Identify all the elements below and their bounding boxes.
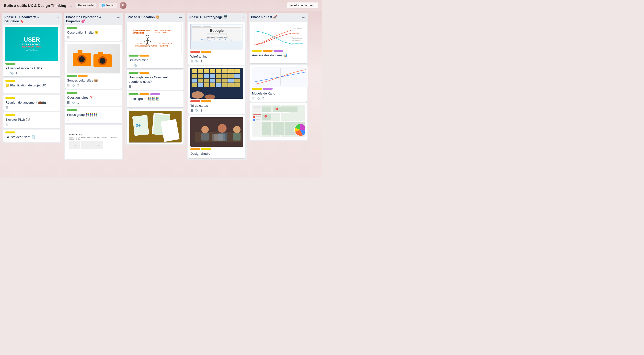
card-title-questionnaires: Questionnaires ❓	[67, 96, 120, 100]
card-focus-group-p3[interactable]: Focus group 👫👫👫 ☰	[127, 91, 184, 107]
star-icon[interactable]: ☆	[69, 3, 73, 8]
label-orange	[78, 75, 88, 77]
column-header-phase4: Phase 4 : Prototypage 🖥️ ···	[187, 13, 247, 22]
attach-count: 1	[201, 60, 202, 63]
card-image-brainstorm: SUSPENDRE SON JUGEMENT ENCOURAGER LES ID…	[129, 24, 182, 53]
card-brainstorming[interactable]: SUSPENDRE SON JUGEMENT ENCOURAGER LES ID…	[127, 22, 184, 68]
analyse-svg: Satisfaction Attractifs Proportionels In…	[254, 26, 305, 47]
svg-point-63	[192, 91, 204, 99]
svg-rect-113	[256, 119, 260, 120]
card-elevator[interactable]: Elevator Pitch 💬 ☰	[4, 112, 60, 128]
avatar[interactable]: U	[120, 2, 126, 9]
attach-count: 3	[201, 109, 202, 112]
svg-rect-45	[228, 74, 234, 78]
svg-rect-58	[210, 83, 215, 87]
card-reunion[interactable]: Réunion de lancement 💼📷 ☰	[4, 95, 60, 111]
card-image-map	[252, 105, 305, 137]
svg-text:Indispensable: Indispensable	[292, 43, 303, 45]
card-labels	[67, 75, 120, 77]
personal-button[interactable]: Personnelle	[76, 3, 96, 8]
card-footer: ☰	[6, 89, 58, 92]
svg-point-110	[253, 116, 255, 118]
card-title-analyse: Analyse des données 📊	[252, 53, 305, 58]
card-image-sticky	[190, 68, 243, 99]
svg-rect-97	[273, 122, 284, 135]
label-yellow	[252, 50, 262, 52]
svg-rect-37	[228, 69, 234, 73]
svg-rect-111	[256, 116, 261, 117]
card-image-analyse: Satisfaction Attractifs Proportionels In…	[252, 24, 305, 48]
card-planification[interactable]: 🙂 Planification de projet UX ☰	[4, 78, 60, 94]
card-photo-cards[interactable]: 3+	[127, 109, 184, 144]
column-title-phase5: Phase 5 : Test 🚀	[251, 15, 302, 19]
card-entretien[interactable]: L'ENTRETIEN Explorer les besoins utilisa…	[65, 125, 122, 159]
card-focus-group-p2[interactable]: Focus group 👫👫👫 ☰	[65, 107, 122, 123]
svg-rect-34	[210, 69, 215, 73]
svg-rect-33	[204, 69, 209, 73]
column-menu-phase2[interactable]: ···	[117, 15, 121, 20]
card-design-studio[interactable]: Design Studio	[188, 115, 245, 158]
label-orange	[140, 72, 149, 74]
card-map[interactable]	[250, 103, 307, 140]
svg-rect-108	[253, 111, 259, 112]
svg-rect-50	[210, 79, 215, 83]
card-analyse[interactable]: Satisfaction Attractifs Proportionels In…	[250, 22, 307, 63]
column-phase4: Phase 4 : Prototypage 🖥️ ··· http://www.…	[187, 13, 247, 160]
svg-point-69	[218, 124, 226, 133]
card-labels	[6, 97, 58, 99]
card-liste-non[interactable]: La liste des "Non" 🗒️	[4, 130, 60, 142]
column-phase1: Phase 1 : Découverte & Définition 🔖 ··· …	[2, 13, 62, 143]
svg-rect-38	[234, 69, 240, 73]
card-footer: ☰	[67, 118, 120, 122]
column-header-phase5: Phase 5 : Test 🚀 ···	[248, 13, 308, 22]
svg-rect-43	[216, 74, 222, 78]
cards-phase3: SUSPENDRE SON JUGEMENT ENCOURAGER LES ID…	[125, 22, 185, 145]
card-evangelisation[interactable]: USER EXPERIENCE REVOLUTION by Paul Boag …	[4, 25, 60, 76]
card-kano[interactable]: Modèle de Kano ☰ 📎 2	[250, 65, 307, 102]
column-menu-phase5[interactable]: ···	[302, 15, 306, 20]
card-footer: ☰ 📎 2	[252, 97, 305, 100]
svg-point-6	[100, 58, 106, 64]
card-footer: ☰	[6, 123, 58, 127]
card-sondes[interactable]: Sondes culturelles 📦 ☰ 📎 2	[65, 42, 122, 89]
svg-rect-106	[253, 108, 260, 109]
card-hmw[interactable]: How might we ? / Comment pourrions-nous?…	[127, 70, 184, 90]
card-image-kano	[252, 67, 305, 86]
card-title-kano: Modèle de Kano	[252, 91, 305, 96]
desc-icon: ☰	[129, 102, 132, 106]
public-button[interactable]: 🌐 Public	[99, 3, 117, 8]
card-questionnaires[interactable]: Questionnaires ❓ ☰ 📎 1	[65, 90, 122, 106]
board: Phase 1 : Découverte & Définition 🔖 ··· …	[0, 11, 322, 178]
dots-icon: ···	[290, 4, 293, 7]
globe-icon: 🌐	[101, 4, 105, 7]
svg-rect-74	[214, 134, 224, 141]
column-menu-phase1[interactable]: ···	[55, 15, 59, 20]
card-title-reunion: Réunion de lancement 💼📷	[6, 100, 58, 105]
app-header: Boite à outils UX & Design Thinking ☆ Pe…	[0, 0, 322, 11]
column-menu-phase4[interactable]: ···	[240, 15, 244, 20]
svg-text:Indifférents: Indifférents	[292, 40, 301, 41]
card-title-wireframing: Wireframing	[190, 54, 243, 59]
card-image-entretien: L'ENTRETIEN Explorer les besoins utilisa…	[67, 127, 120, 156]
svg-rect-59	[216, 83, 222, 87]
svg-rect-32	[198, 69, 203, 73]
card-labels	[129, 55, 182, 57]
cards-phase4: http://www.boogie.com Booogle Boogie Sea…	[187, 22, 247, 160]
column-title-phase2: Phase 2 : Exploration & Empathie 💕	[66, 15, 117, 24]
card-wireframing[interactable]: http://www.boogie.com Booogle Boogie Sea…	[188, 22, 245, 65]
desc-icon: ☰	[6, 72, 8, 75]
label-orange	[201, 100, 211, 102]
column-header-phase2: Phase 2 : Exploration & Empathie 💕 ···	[64, 13, 123, 25]
attach-count: 1	[77, 101, 79, 104]
card-tri-cartes[interactable]: Tri de cartes ☰ 📎 3	[188, 66, 245, 114]
desc-icon: ☰	[190, 60, 193, 63]
svg-rect-49	[204, 79, 209, 83]
column-menu-phase3[interactable]: ···	[178, 15, 182, 20]
card-observation[interactable]: Observation in-situ 🤔 ☰	[65, 25, 122, 41]
svg-rect-60	[222, 83, 228, 87]
desc-icon: ☰	[6, 89, 8, 92]
card-image-meeting	[190, 117, 243, 147]
card-labels	[129, 72, 182, 74]
menu-button[interactable]: ··· Afficher le menu	[287, 3, 318, 8]
meeting-svg	[190, 117, 243, 147]
